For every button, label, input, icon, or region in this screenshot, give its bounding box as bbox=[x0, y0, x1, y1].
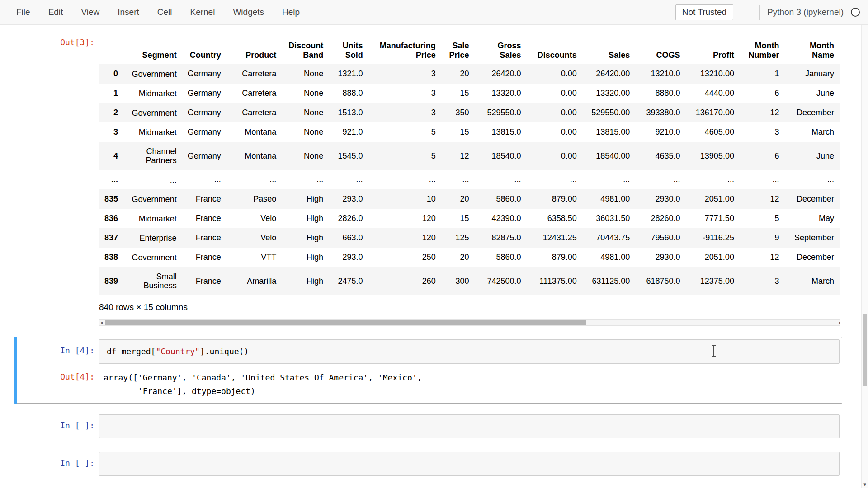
empty-prompt-2: In [ ]: bbox=[17, 452, 99, 468]
cell: Channel Partners bbox=[123, 142, 182, 170]
column-header: Gross Sales bbox=[474, 41, 526, 64]
code-input[interactable]: df_merged["Country"].unique() bbox=[99, 339, 840, 364]
cell-empty-2[interactable]: In [ ]: bbox=[14, 449, 842, 479]
cell: 1513.0 bbox=[329, 103, 368, 122]
cell: 18540.00 bbox=[582, 142, 635, 170]
cell: 26420.00 bbox=[582, 64, 635, 84]
cell: 13320.00 bbox=[582, 84, 635, 103]
scroll-down-icon[interactable]: ▾ bbox=[862, 482, 868, 487]
row-index: 837 bbox=[99, 228, 123, 248]
table-row: 838GovernmentFranceVTTHigh293.0250205860… bbox=[99, 248, 840, 267]
vertical-scrollbar[interactable]: ▾ bbox=[861, 25, 868, 488]
cell: 10 bbox=[368, 189, 441, 209]
cell: France bbox=[182, 228, 226, 248]
out4-text: array(['Germany', 'Canada', 'United Stat… bbox=[99, 370, 422, 401]
menu-cell[interactable]: Cell bbox=[148, 5, 181, 20]
cell: 879.00 bbox=[527, 189, 582, 209]
cell: 1 bbox=[740, 64, 785, 84]
selected-cell-indicator bbox=[14, 337, 17, 404]
table-row: 839Small BusinessFranceAmarillaHigh2475.… bbox=[99, 267, 840, 295]
column-header: Discounts bbox=[527, 41, 582, 64]
cell: 2930.0 bbox=[635, 189, 685, 209]
cell: ... bbox=[784, 170, 840, 189]
cell: 5 bbox=[368, 142, 441, 170]
cell: Government bbox=[123, 248, 182, 267]
table-row: 2GovernmentGermanyCarreteraNone1513.0335… bbox=[99, 103, 840, 122]
table-row: 3MidmarketGermanyMontanaNone921.05151381… bbox=[99, 122, 840, 142]
cell: 12375.00 bbox=[686, 267, 740, 295]
column-header bbox=[99, 41, 123, 64]
cell: Government bbox=[123, 64, 182, 84]
cell: 4440.00 bbox=[686, 84, 740, 103]
cell: 42390.0 bbox=[474, 209, 526, 228]
cell: 3 bbox=[740, 267, 785, 295]
cell: 12 bbox=[441, 142, 475, 170]
cell: 529550.0 bbox=[474, 103, 526, 122]
not-trusted-button[interactable]: Not Trusted bbox=[675, 4, 733, 20]
cell: None bbox=[282, 122, 329, 142]
cell: 20 bbox=[441, 189, 475, 209]
cell: 9210.0 bbox=[635, 122, 685, 142]
column-header: Country bbox=[182, 41, 226, 64]
text-cursor-icon bbox=[713, 346, 714, 356]
cell: 921.0 bbox=[329, 122, 368, 142]
horizontal-scrollbar-thumb[interactable] bbox=[105, 320, 586, 325]
cell: 13210.00 bbox=[686, 64, 740, 84]
vertical-scrollbar-thumb[interactable] bbox=[863, 314, 867, 386]
cell: High bbox=[282, 209, 329, 228]
cell: Enterprise bbox=[123, 228, 182, 248]
cell: 18540.0 bbox=[474, 142, 526, 170]
empty-prompt-1: In [ ]: bbox=[17, 414, 99, 430]
cell: 20 bbox=[441, 64, 475, 84]
cell: 618750.0 bbox=[635, 267, 685, 295]
cell: France bbox=[182, 209, 226, 228]
cell: 4605.00 bbox=[686, 122, 740, 142]
scroll-left-icon[interactable]: ◂ bbox=[100, 320, 103, 325]
cell: 1545.0 bbox=[329, 142, 368, 170]
out3-prompt: Out[3]: bbox=[17, 34, 99, 47]
cell: 2051.00 bbox=[686, 248, 740, 267]
horizontal-scrollbar[interactable]: ◂ ▸ bbox=[99, 319, 840, 326]
cell: 3 bbox=[368, 103, 441, 122]
cell: 0.00 bbox=[527, 142, 582, 170]
menu-file[interactable]: File bbox=[7, 5, 39, 20]
row-index: 835 bbox=[99, 189, 123, 209]
menu-help[interactable]: Help bbox=[273, 5, 309, 20]
table-row: 0GovernmentGermanyCarreteraNone1321.0320… bbox=[99, 64, 840, 84]
cell: None bbox=[282, 84, 329, 103]
empty-code-input-2[interactable] bbox=[99, 452, 840, 476]
column-header: Month Name bbox=[784, 41, 840, 64]
menu-view[interactable]: View bbox=[72, 5, 108, 20]
cell-empty-1[interactable]: In [ ]: bbox=[14, 412, 842, 441]
scroll-right-icon[interactable]: ▸ bbox=[839, 320, 840, 325]
cell: 6358.50 bbox=[527, 209, 582, 228]
cell: Government bbox=[123, 103, 182, 122]
cell: 631125.00 bbox=[582, 267, 635, 295]
empty-code-input-1[interactable] bbox=[99, 414, 840, 438]
row-index: ... bbox=[99, 170, 123, 189]
menu-edit[interactable]: Edit bbox=[39, 5, 72, 20]
cell: 82875.0 bbox=[474, 228, 526, 248]
cell: 3 bbox=[740, 122, 785, 142]
table-row: 835GovernmentFrancePaseoHigh293.01020586… bbox=[99, 189, 840, 209]
cell-out3: Out[3]: SegmentCountryProductDiscount Ba… bbox=[14, 31, 842, 328]
cell: Midmarket bbox=[123, 209, 182, 228]
cell: December bbox=[784, 248, 840, 267]
column-header: Sale Price bbox=[441, 41, 475, 64]
cell: 8880.0 bbox=[635, 84, 685, 103]
menu-widgets[interactable]: Widgets bbox=[224, 5, 273, 20]
column-header: Month Number bbox=[740, 41, 785, 64]
menu-kernel[interactable]: Kernel bbox=[181, 5, 224, 20]
cell: 5 bbox=[740, 209, 785, 228]
cell: Government bbox=[123, 189, 182, 209]
cell: 300 bbox=[441, 267, 475, 295]
cell: None bbox=[282, 142, 329, 170]
cell-in4[interactable]: In [4]: df_merged["Country"].unique() Ou… bbox=[14, 337, 842, 404]
cell: 79560.0 bbox=[635, 228, 685, 248]
cell: 120 bbox=[368, 209, 441, 228]
cell: France bbox=[182, 267, 226, 295]
notebook-area: Out[3]: SegmentCountryProductDiscount Ba… bbox=[0, 25, 861, 488]
cell: ... bbox=[740, 170, 785, 189]
menu-insert[interactable]: Insert bbox=[108, 5, 148, 20]
cell: -9116.25 bbox=[686, 228, 740, 248]
